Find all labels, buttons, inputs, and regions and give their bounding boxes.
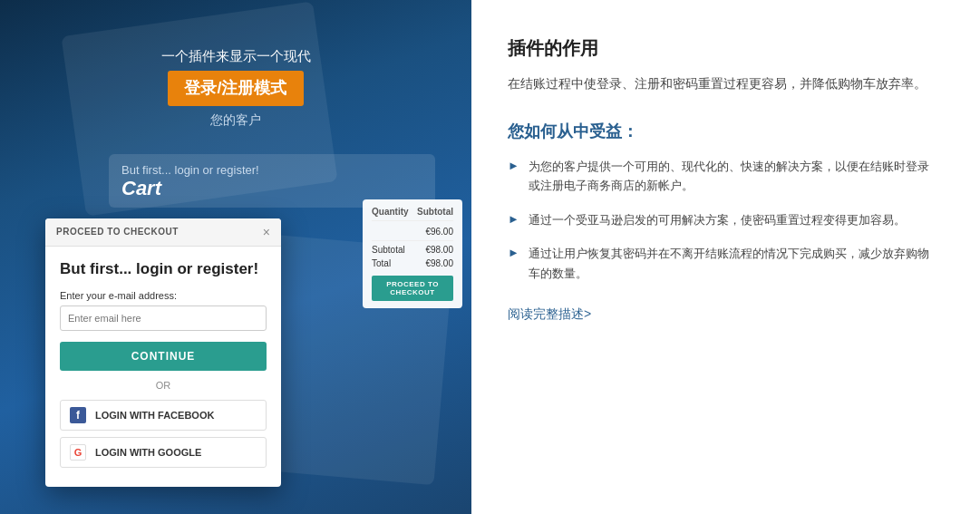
cart-col-subtotal: Subtotal [417,207,453,217]
google-btn-label: LOGIN WITH GOOGLE [95,447,201,458]
benefit-item-1: ► 为您的客户提供一个可用的、现代化的、快速的解决方案，以便在结账时登录或注册电… [508,157,939,196]
close-icon[interactable]: × [263,226,270,238]
modal-header-title: PROCEED TO CHECKOUT [56,227,179,237]
or-divider: OR [60,380,267,391]
modal-header: PROCEED TO CHECKOUT × [45,218,281,247]
modal-body: But first... login or register! Enter yo… [45,247,281,487]
benefit-arrow-3: ► [508,246,519,259]
header-line3: 您的客户 [0,110,471,130]
plugin-desc: 在结账过程中使登录、注册和密码重置过程更容易，并降低购物车放弃率。 [508,73,939,95]
benefits-title: 您如何从中受益： [508,121,939,142]
cart-total-label: Total [372,258,391,268]
facebook-btn-label: LOGIN WITH FACEBOOK [95,410,214,421]
login-modal: PROCEED TO CHECKOUT × But first... login… [45,218,281,487]
left-header: 一个插件来显示一个现代 登录/注册模式 您的客户 [0,45,471,130]
facebook-icon: f [70,407,86,423]
benefit-text-3: 通过让用户恢复其密码并在不离开结账流程的情况下完成购买，减少放弃购物车的数量。 [529,244,939,283]
cart-checkout-button[interactable]: PROCEED TO CHECKOUT [372,276,453,301]
cart-subtitle: But first... login or register! [121,163,422,177]
email-label: Enter your e-mail address: [60,290,267,301]
read-more-link[interactable]: 阅读完整描述> [508,306,591,323]
benefit-arrow-1: ► [508,159,519,172]
benefit-text-1: 为您的客户提供一个可用的、现代化的、快速的解决方案，以便在结账时登录或注册电子商… [529,157,939,196]
cart-row-price: €96.00 [425,227,453,237]
header-highlight: 登录/注册模式 [168,71,303,106]
cart-side-panel: Quantity Subtotal €96.00 Subtotal €98.00… [363,199,462,308]
benefit-item-2: ► 通过一个受亚马逊启发的可用解决方案，使密码重置过程变得更加容易。 [508,210,939,229]
cart-subtotal-label: Subtotal [372,245,405,255]
continue-button[interactable]: CONTINUE [60,342,267,371]
benefit-text-2: 通过一个受亚马逊启发的可用解决方案，使密码重置过程变得更加容易。 [529,210,906,229]
right-panel: 插件的作用 在结账过程中使登录、注册和密码重置过程更容易，并降低购物车放弃率。 … [471,0,980,514]
benefit-arrow-2: ► [508,212,519,226]
facebook-login-button[interactable]: f LOGIN WITH FACEBOOK [60,400,267,431]
google-login-button[interactable]: G LOGIN WITH GOOGLE [60,437,267,468]
cart-total-val: €98.00 [425,258,453,268]
left-panel: 一个插件来显示一个现代 登录/注册模式 您的客户 But first... lo… [0,0,471,514]
plugin-title: 插件的作用 [508,36,939,61]
header-line1: 一个插件来显示一个现代 [0,45,471,67]
cart-title: Cart [121,177,422,200]
cart-subtotal-val: €98.00 [425,245,453,255]
benefit-item-3: ► 通过让用户恢复其密码并在不离开结账流程的情况下完成购买，减少放弃购物车的数量… [508,244,939,283]
email-input[interactable] [60,305,267,331]
modal-heading: But first... login or register! [60,259,267,279]
google-icon: G [70,444,86,461]
cart-col-qty: Quantity [372,207,409,217]
